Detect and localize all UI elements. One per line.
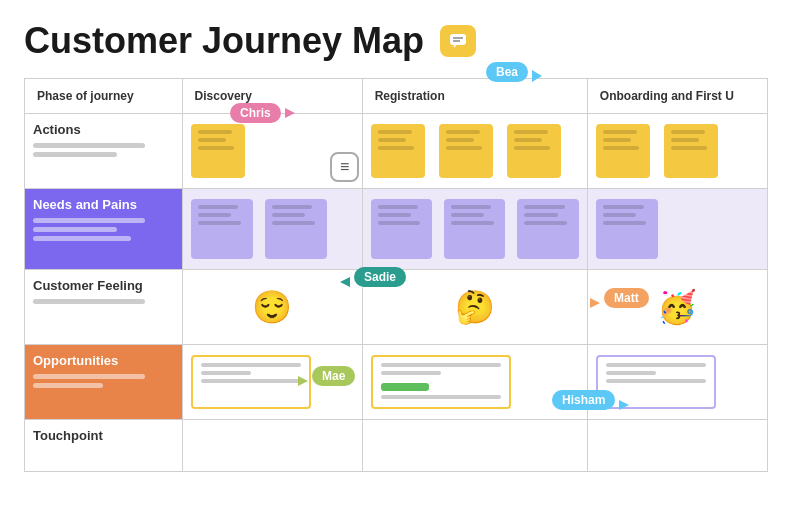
phase-label-actions: Actions [33,122,174,137]
touchpoint-onboarding-cell [587,420,767,472]
phase-line [33,152,117,157]
phase-line [33,236,131,241]
phase-line [33,143,145,148]
feeling-discovery-cell: 😌 [182,270,362,345]
table-header-row: Phase of journey Discovery Registration … [25,79,768,114]
opp-card-onboarding[interactable] [596,355,716,409]
needs-registration-cell [362,189,587,270]
opp-line [381,395,501,399]
opp-line [381,371,441,375]
col-header-onboarding: Onboarding and First U [587,79,767,114]
opp-line [606,379,706,383]
opp-card-discovery[interactable] [191,355,311,409]
phase-line [33,299,145,304]
opp-card-lines [381,363,501,399]
feeling-registration-cell: 🤔 [362,270,587,345]
opp-line [606,371,656,375]
phase-line [33,218,145,223]
phase-lines-opp [33,374,174,388]
phase-label-opportunities: Opportunities [33,353,174,368]
phase-cell-needs: Needs and Pains [25,189,183,270]
emoji-registration: 🤔 [367,274,583,340]
sticky-note-yellow[interactable] [664,124,718,178]
opp-line [381,363,501,367]
sticky-note-purple[interactable] [371,199,432,259]
phase-label-touchpoint: Touchpoint [33,428,174,443]
sticky-note-purple[interactable] [517,199,578,259]
sticky-note-purple[interactable] [596,199,658,259]
opp-line [606,363,706,367]
phase-lines-feeling [33,299,174,304]
sticky-note-yellow[interactable] [596,124,650,178]
table-row-feeling: Customer Feeling 😌 🤔 🥳 [25,270,768,345]
page-container: Customer Journey Map Bea Phase of journe… [0,0,792,528]
opp-card-registration[interactable] [371,355,511,409]
phase-lines-actions [33,143,174,157]
table-row-opportunities: Opportunities [25,345,768,420]
col-header-registration: Registration [362,79,587,114]
col-header-discovery: Discovery [182,79,362,114]
phase-line [33,374,145,379]
sticky-note-yellow[interactable] [439,124,493,178]
phase-cell-actions: Actions [25,114,183,189]
actions-registration-cell [362,114,587,189]
opp-registration-cell [362,345,587,420]
actions-onboarding-cell [587,114,767,189]
table-row-touchpoint: Touchpoint [25,420,768,472]
opp-card-lines [201,363,301,383]
onboarding-notes [596,124,759,178]
phase-label-needs: Needs and Pains [33,197,174,212]
phase-line [33,383,103,388]
registration-notes [371,124,579,178]
phase-line [33,227,117,232]
table-row-actions: Actions [25,114,768,189]
sticky-note-yellow[interactable] [191,124,245,178]
needs-discovery-notes [191,199,354,259]
touchpoint-discovery-cell [182,420,362,472]
opp-line [201,363,301,367]
touchpoint-registration-cell [362,420,587,472]
phase-lines-needs [33,218,174,241]
opp-line [201,379,301,383]
sticky-note-purple[interactable] [444,199,505,259]
emoji-discovery: 😌 [187,274,358,340]
needs-discovery-cell [182,189,362,270]
needs-onboarding-notes [596,199,759,259]
phase-cell-touchpoint: Touchpoint [25,420,183,472]
sticky-note-yellow[interactable] [507,124,561,178]
header: Customer Journey Map [24,20,768,62]
comment-bubble-chris: ≡ [330,152,359,182]
needs-onboarding-cell [587,189,767,270]
sticky-note-yellow[interactable] [371,124,425,178]
opp-discovery-cell [182,345,362,420]
opp-green-bar [381,383,429,391]
opp-onboarding-cell [587,345,767,420]
emoji-onboarding: 🥳 [592,274,763,340]
sticky-note-purple[interactable] [265,199,327,259]
page-title: Customer Journey Map [24,20,424,62]
table-row-needs: Needs and Pains [25,189,768,270]
phase-cell-feeling: Customer Feeling [25,270,183,345]
journey-map-table: Phase of journey Discovery Registration … [24,78,768,472]
chat-icon[interactable] [440,25,476,57]
sticky-note-purple[interactable] [191,199,253,259]
phase-label-feeling: Customer Feeling [33,278,174,293]
needs-registration-notes [371,199,579,259]
feeling-onboarding-cell: 🥳 [587,270,767,345]
opp-card-lines [606,363,706,383]
phase-cell-opportunities: Opportunities [25,345,183,420]
opp-line [201,371,251,375]
col-header-phase: Phase of journey [25,79,183,114]
